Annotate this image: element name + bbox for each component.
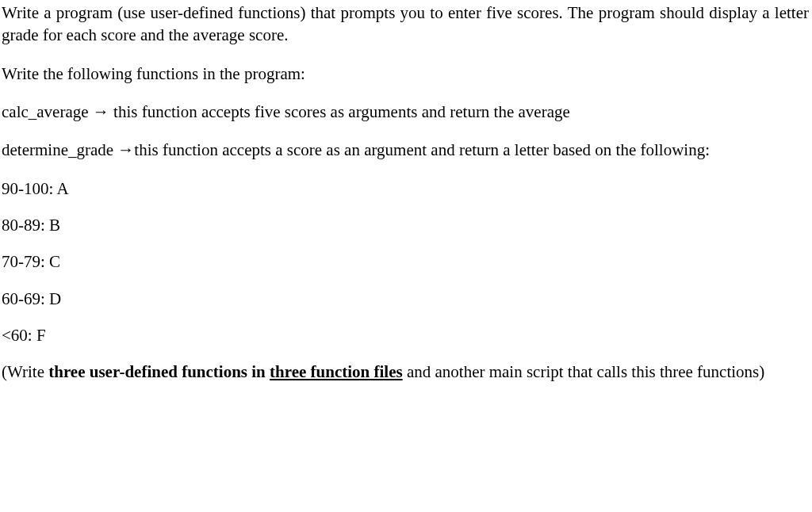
text-bold: three user-defined functions in — [48, 362, 270, 381]
text: Write a program (use user-defined functi… — [2, 3, 809, 44]
text: 70-79: C — [2, 252, 60, 271]
grade-row-f: <60: F — [2, 324, 809, 346]
text: <60: F — [2, 326, 46, 345]
text: and another main script that calls this … — [403, 362, 765, 381]
text: 90-100: A — [2, 179, 69, 198]
paragraph-funcs-head: Write the following functions in the pro… — [2, 63, 809, 85]
func-desc: this function accepts five scores as arg… — [109, 102, 570, 121]
grade-row-d: 60-69: D — [2, 288, 809, 310]
arrow-icon: → — [93, 102, 109, 120]
grade-row-a: 90-100: A — [2, 178, 809, 200]
grade-row-c: 70-79: C — [2, 250, 809, 273]
text: 60-69: D — [2, 289, 61, 308]
text-underline-bold: three function files — [270, 362, 403, 381]
func-name: determine_grade — [2, 140, 117, 159]
paragraph-determine-grade: determine_grade →this function accepts a… — [2, 139, 809, 161]
arrow-icon: → — [117, 140, 134, 159]
text: Write the following functions in the pro… — [2, 64, 305, 83]
grade-row-b: 80-89: B — [2, 214, 809, 236]
text: 80-89: B — [2, 216, 60, 235]
paragraph-calc-average: calc_average → this function accepts fiv… — [2, 101, 809, 123]
paragraph-footer: (Write three user-defined functions in t… — [2, 361, 809, 383]
paragraph-intro: Write a program (use user-defined functi… — [2, 2, 809, 47]
func-name: calc_average — [2, 102, 93, 121]
func-desc: this function accepts a score as an argu… — [134, 140, 710, 159]
text: (Write — [2, 362, 48, 381]
document-page: Write a program (use user-defined functi… — [0, 0, 812, 384]
